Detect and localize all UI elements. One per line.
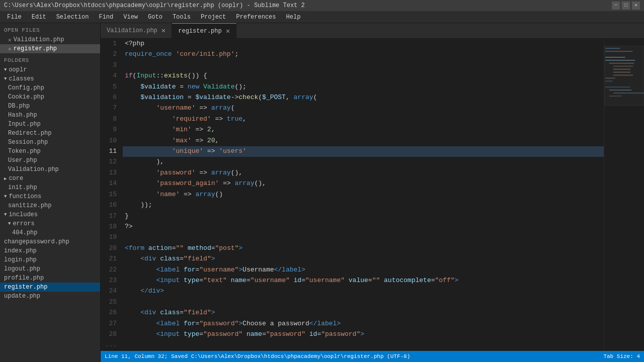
menu-project[interactable]: Project xyxy=(196,13,231,22)
file-404-label: 404.php xyxy=(12,229,37,236)
line-number-10: 10 xyxy=(101,136,123,146)
line-content-24: </div> xyxy=(123,286,604,297)
file-profile[interactable]: profile.php xyxy=(0,274,100,283)
line-content-20: <form action="" method="post"> xyxy=(123,243,604,254)
line-number-25: 25 xyxy=(101,297,123,308)
file-token[interactable]: Token.php xyxy=(0,147,100,156)
line-number-5: 5 xyxy=(101,82,123,93)
line-content-28: <input type="password" name="password" i… xyxy=(123,329,604,340)
file-input[interactable]: Input.php xyxy=(0,120,100,129)
tab-register[interactable]: register.php ✕ xyxy=(172,23,236,38)
status-tab-size: Tab Size: 4 xyxy=(603,353,640,359)
file-init-label: init.php xyxy=(8,184,37,191)
folder-errors[interactable]: ▼ errors xyxy=(0,219,100,228)
file-404[interactable]: 404.php xyxy=(0,228,100,237)
line-number-24: 24 xyxy=(101,286,123,297)
open-file-register-label: register.php xyxy=(14,45,57,52)
file-index[interactable]: index.php xyxy=(0,246,100,255)
file-redirect-label: Redirect.php xyxy=(8,130,51,137)
code-line-29: ... xyxy=(101,340,604,351)
menu-tools[interactable]: Tools xyxy=(168,13,196,22)
editor-main[interactable]: 1 <?php 2 require_once 'core/init.php'; … xyxy=(101,39,604,351)
minimize-button[interactable]: ─ xyxy=(612,2,620,10)
file-login[interactable]: login.php xyxy=(0,255,100,264)
close-icon-register[interactable]: ✕ xyxy=(8,46,12,52)
code-line-17: 17 } xyxy=(101,211,604,222)
file-changepassword[interactable]: changepassword.php xyxy=(0,237,100,246)
close-button[interactable]: ✕ xyxy=(632,2,640,10)
code-line-1: 1 <?php xyxy=(101,39,604,49)
line-number-9: 9 xyxy=(101,125,123,135)
tab-validation[interactable]: Validation.php ✕ xyxy=(101,23,172,38)
code-line-24: 24 </div> xyxy=(101,286,604,297)
menu-bar: File Edit Selection Find View Goto Tools… xyxy=(0,11,644,23)
status-bar-info: Line 11, Column 32; Saved C:\Users\Alex\… xyxy=(105,353,410,359)
file-user[interactable]: User.php xyxy=(0,156,100,165)
code-line-5: 5 $validate = new Validate(); xyxy=(101,82,604,93)
editor-minimap xyxy=(604,39,644,351)
menu-preferences[interactable]: Preferences xyxy=(231,13,281,22)
line-content-14: 'password_again' => array(), xyxy=(123,178,604,189)
line-content-2: require_once 'core/init.php'; xyxy=(123,49,604,60)
menu-find[interactable]: Find xyxy=(94,13,118,22)
file-config[interactable]: Config.php xyxy=(0,83,100,93)
file-cookie[interactable]: Cookie.php xyxy=(0,93,100,102)
file-redirect[interactable]: Redirect.php xyxy=(0,129,100,138)
sidebar-open-file-register[interactable]: ✕ register.php xyxy=(0,44,100,53)
menu-help[interactable]: Help xyxy=(281,13,306,22)
menu-selection[interactable]: Selection xyxy=(51,13,94,22)
tab-validation-close[interactable]: ✕ xyxy=(162,27,166,34)
folders-header: FOLDERS xyxy=(0,55,100,65)
folder-classes[interactable]: ▼ classes xyxy=(0,74,100,83)
code-line-4: 4 if(Input::exists()) { xyxy=(101,71,604,81)
menu-goto[interactable]: Goto xyxy=(143,13,168,22)
line-number-17: 17 xyxy=(101,211,123,222)
folder-ooplr[interactable]: ▼ ooplr xyxy=(0,65,100,74)
code-line-15: 15 'name' => array() xyxy=(101,190,604,200)
line-content-9: 'min' => 2, xyxy=(123,125,604,135)
file-register[interactable]: register.php xyxy=(0,283,100,292)
svg-rect-16 xyxy=(604,46,644,106)
line-number-23: 23 xyxy=(101,276,123,286)
file-cookie-label: Cookie.php xyxy=(8,94,44,101)
code-line-28: 28 <input type="password" name="password… xyxy=(101,329,604,340)
folder-errors-label: errors xyxy=(13,220,34,227)
line-number-19: 19 xyxy=(101,232,123,243)
line-number-1: 1 xyxy=(101,39,123,49)
close-icon[interactable]: ✕ xyxy=(8,37,12,43)
editor-container: 1 <?php 2 require_once 'core/init.php'; … xyxy=(101,39,644,351)
code-line-6: 6 $validation = $validate->check($_POST,… xyxy=(101,93,604,103)
maximize-button[interactable]: □ xyxy=(622,2,630,10)
file-logout[interactable]: logout.php xyxy=(0,264,100,274)
folder-functions[interactable]: ▼ functions xyxy=(0,192,100,201)
open-files-header: OPEN FILES xyxy=(0,25,100,35)
file-init[interactable]: init.php xyxy=(0,183,100,192)
title-bar-controls[interactable]: ─ □ ✕ xyxy=(612,2,640,10)
line-content-5: $validate = new Validate(); xyxy=(123,82,604,93)
code-line-11: 11 'unique' => 'users' xyxy=(101,146,604,157)
line-content-11: 'unique' => 'users' xyxy=(123,146,604,157)
folder-core-label: core xyxy=(9,175,23,182)
folder-includes[interactable]: ▼ includes xyxy=(0,210,100,219)
file-db[interactable]: DB.php xyxy=(0,102,100,111)
tab-validation-label: Validation.php xyxy=(107,27,157,34)
line-content-17: } xyxy=(123,211,604,222)
file-sanitize[interactable]: sanitize.php xyxy=(0,201,100,210)
file-update[interactable]: update.php xyxy=(0,292,100,301)
folder-core[interactable]: ▶ core xyxy=(0,174,100,183)
code-line-9: 9 'min' => 2, xyxy=(101,125,604,135)
line-content-21: <div class="field"> xyxy=(123,254,604,264)
menu-file[interactable]: File xyxy=(2,13,27,22)
code-area: 1 <?php 2 require_once 'core/init.php'; … xyxy=(101,39,604,351)
menu-edit[interactable]: Edit xyxy=(27,13,51,22)
line-content-4: if(Input::exists()) { xyxy=(123,71,604,81)
file-hash[interactable]: Hash.php xyxy=(0,111,100,120)
sidebar-open-file-validation[interactable]: ✕ Validation.php xyxy=(0,35,100,44)
menu-view[interactable]: View xyxy=(118,13,143,22)
tab-register-close[interactable]: ✕ xyxy=(226,28,230,35)
line-content-25 xyxy=(123,297,604,308)
file-validation[interactable]: Validation.php xyxy=(0,165,100,174)
line-number-29: ... xyxy=(101,340,123,351)
folder-core-triangle: ▶ xyxy=(4,176,7,182)
file-session[interactable]: Session.php xyxy=(0,138,100,147)
